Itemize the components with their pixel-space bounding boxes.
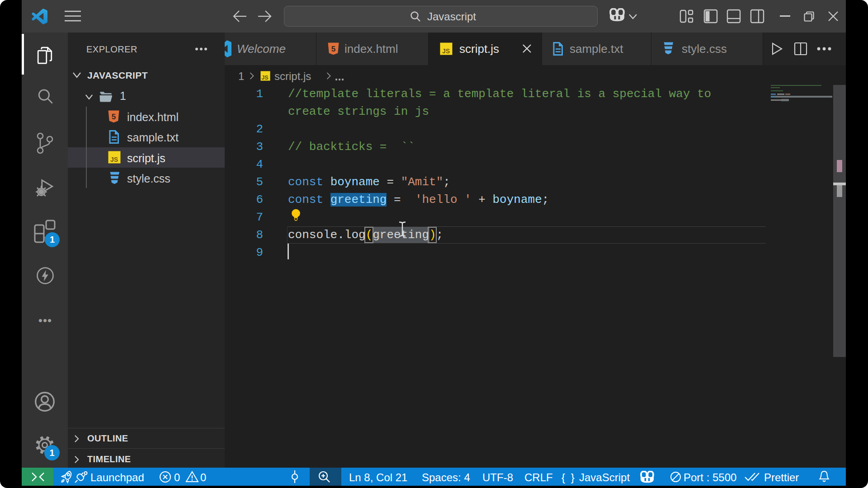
- svg-text:5: 5: [331, 45, 335, 53]
- svg-text:JS: JS: [110, 156, 118, 163]
- svg-text:JS: JS: [261, 75, 268, 81]
- svg-text:JS: JS: [442, 47, 450, 55]
- svg-text:5: 5: [112, 113, 116, 121]
